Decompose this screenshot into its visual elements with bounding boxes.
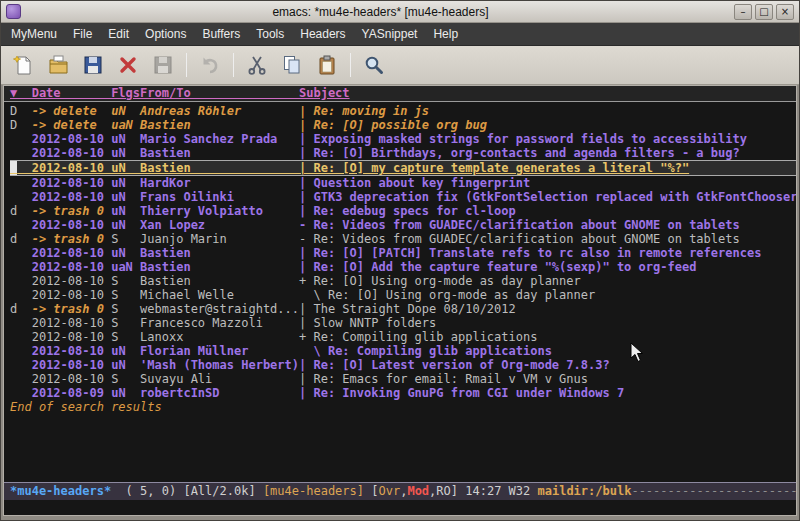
message-row[interactable]: 2012-08-10 uN HardKor | Question about k… (10, 176, 796, 190)
message-row[interactable]: 2012-08-10 uN Bastien | Re: [O] [PATCH] … (10, 246, 796, 260)
cut-icon[interactable] (241, 50, 273, 80)
menu-item-yasnippet[interactable]: YASnippet (354, 23, 426, 45)
modeline-segment: 14:27 (465, 484, 501, 498)
text-cursor (10, 161, 17, 175)
tool-bar (1, 46, 799, 85)
modeline-segment: Mod (407, 484, 429, 498)
menu-item-help[interactable]: Help (425, 23, 466, 45)
message-row[interactable]: 2012-08-09 uN robertcInSD | Re: Invoking… (10, 386, 796, 400)
menu-item-headers[interactable]: Headers (292, 23, 353, 45)
close-button[interactable]: × (776, 4, 794, 20)
save-as-icon[interactable] (147, 50, 179, 80)
menu-item-mymenu[interactable]: MyMenu (3, 23, 65, 45)
message-row[interactable]: 2012-08-10 S Suvayu Ali | Re: Emacs for … (10, 372, 796, 386)
message-row[interactable]: D -> delete uN Andreas Röhler | Re: movi… (10, 104, 796, 118)
new-file-icon[interactable] (7, 50, 39, 80)
toolbar-separator (186, 53, 187, 77)
menu-item-buffers[interactable]: Buffers (194, 23, 248, 45)
menu-item-file[interactable]: File (65, 23, 100, 45)
message-row[interactable]: 2012-08-10 uN Bastien | Re: [O] Birthday… (10, 146, 796, 160)
toolbar-separator (350, 53, 351, 77)
message-row[interactable]: 2012-08-10 S Francesco Mazzoli | Slow NN… (10, 316, 796, 330)
menu-item-options[interactable]: Options (137, 23, 194, 45)
headers-buffer: D -> delete uN Andreas Röhler | Re: movi… (4, 102, 796, 482)
toolbar-separator (233, 53, 234, 77)
minimize-button[interactable]: – (734, 4, 752, 20)
modeline-segment: ---------------------------------------- (631, 484, 796, 498)
menu-item-tools[interactable]: Tools (248, 23, 292, 45)
echo-area (4, 500, 796, 515)
message-row[interactable]: d -> trash 0 S Juanjo Marin - Re: Videos… (10, 232, 796, 246)
window-title: emacs: *mu4e-headers* [mu4e-headers] (27, 5, 734, 19)
emacs-icon (6, 4, 21, 19)
undo-icon[interactable] (194, 50, 226, 80)
menu-bar: MyMenuFileEditOptionsBuffersToolsHeaders… (1, 23, 799, 46)
message-row[interactable]: 2012-08-10 S Bastien + Re: [O] Using org… (10, 274, 796, 288)
modeline-segment: W32 (501, 484, 537, 498)
message-row[interactable]: 2012-08-10 uN Florian Müllner \ Re: Comp… (10, 344, 796, 358)
open-file-icon[interactable] (42, 50, 74, 80)
window-controls: –□× (734, 4, 794, 20)
message-row[interactable]: 2012-08-10 uN Bastien | Re: [O] my captu… (10, 160, 796, 176)
modeline-segment: ( 5, 0) [All/2.0k] (111, 484, 263, 498)
menu-item-edit[interactable]: Edit (100, 23, 137, 45)
message-row[interactable]: 2012-08-10 uN Frans Oilinki | GTK3 depre… (10, 190, 796, 204)
message-row[interactable]: d -> trash 0 uN Thierry Volpiatto | Re: … (10, 204, 796, 218)
modeline-segment: RO (436, 484, 450, 498)
message-row[interactable]: D -> delete uaN Bastien | Re: [O] possib… (10, 118, 796, 132)
message-row[interactable]: 2012-08-10 S Michael Welle \ Re: [O] Usi… (10, 288, 796, 302)
save-icon[interactable] (77, 50, 109, 80)
paste-icon[interactable] (311, 50, 343, 80)
title-bar[interactable]: emacs: *mu4e-headers* [mu4e-headers] –□× (1, 1, 799, 23)
message-row[interactable]: 2012-08-10 uN Mario Sanchez Prada | Expo… (10, 132, 796, 146)
message-row[interactable]: 2012-08-10 uaN Bastien | Re: [O] Add the… (10, 260, 796, 274)
message-row[interactable]: d -> trash 0 S webmaster@straightd...| T… (10, 302, 796, 316)
message-row[interactable]: 2012-08-10 uN 'Mash (Thomas Herbert)| Re… (10, 358, 796, 372)
message-row[interactable]: 2012-08-10 S Lanoxx + Re: Compiling glib… (10, 330, 796, 344)
copy-icon[interactable] (276, 50, 308, 80)
mode-line: *mu4e-headers* ( 5, 0) [All/2.0k] [mu4e-… (4, 482, 796, 500)
modeline-segment: [mu4e-headers] (263, 484, 364, 498)
modeline-segment: Ovr (378, 484, 400, 498)
modeline-segment: maildir:/bulk (537, 484, 631, 498)
maximize-button[interactable]: □ (755, 4, 773, 20)
modeline-segment: *mu4e-headers* (10, 484, 111, 498)
header-line[interactable]: ▼ Date FlgsFrom/To Subject (4, 86, 796, 102)
kill-buffer-icon[interactable] (112, 50, 144, 80)
end-of-results-text: End of search results (10, 400, 796, 414)
modeline-segment: [ (364, 484, 378, 498)
search-icon[interactable] (358, 50, 390, 80)
message-row[interactable]: 2012-08-10 uN Xan Lopez - Re: Videos fro… (10, 218, 796, 232)
emacs-window: emacs: *mu4e-headers* [mu4e-headers] –□×… (0, 0, 800, 521)
emacs-frame: ▼ Date FlgsFrom/To Subject D -> delete u… (3, 85, 797, 516)
modeline-segment: ] (451, 484, 465, 498)
